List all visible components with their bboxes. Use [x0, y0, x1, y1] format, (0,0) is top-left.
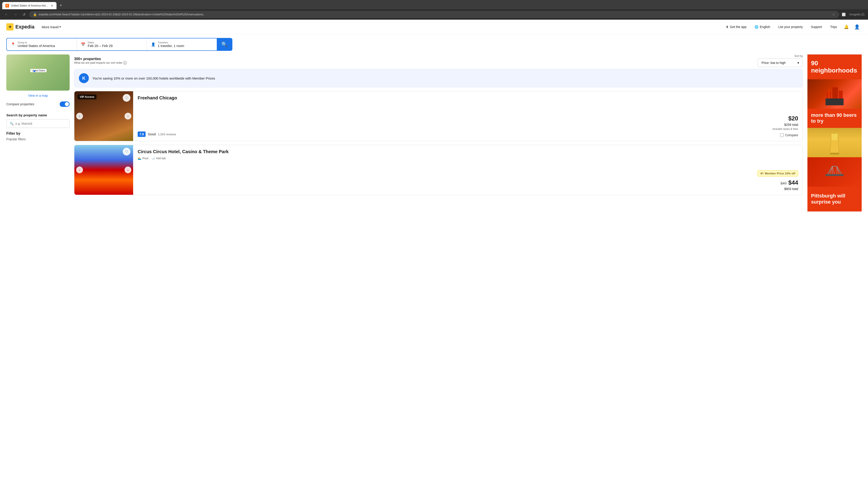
pittsburgh-image: [807, 157, 862, 187]
svg-rect-4: [826, 98, 844, 105]
get-app-label: Get the app: [730, 25, 746, 29]
image-next-button-freehand[interactable]: ›: [125, 113, 131, 120]
property-search-box[interactable]: 🔍: [6, 119, 70, 128]
incognito-button[interactable]: Incognito (2): [848, 12, 865, 17]
image-prev-button-circus[interactable]: ‹: [76, 166, 83, 173]
notifications-button[interactable]: 🔔: [842, 23, 850, 31]
sort-container: Sort by Price: low to high ▾: [758, 55, 803, 67]
member-k-badge: K: [79, 73, 89, 83]
logo-text: Expedia: [16, 24, 34, 30]
price-main-freehand: $20: [788, 115, 798, 122]
compare-checkbox-freehand[interactable]: Compare: [780, 133, 798, 137]
trips-label: Trips: [830, 25, 837, 29]
hot-tub-icon: 🛁: [151, 157, 155, 160]
rating-count-freehand: 1,003 reviews: [158, 133, 176, 136]
favorite-button-circus[interactable]: ♡: [123, 148, 130, 156]
user-account-button[interactable]: 👤: [852, 22, 862, 31]
rating-label-freehand: Good: [148, 132, 156, 136]
sort-dropdown[interactable]: Price: low to high ▾: [758, 59, 803, 67]
new-tab-button[interactable]: +: [57, 2, 64, 9]
price-total-freehand: $259 total: [784, 123, 798, 127]
hotel-card-body-circus: Circus Circus Hotel, Casino & Theme Park…: [133, 145, 803, 195]
going-to-label: Going to: [18, 41, 55, 44]
paid-notice: What we are paid impacts our sort order …: [74, 61, 127, 65]
amenity-pool: 🏊 Pool: [138, 157, 148, 160]
header-actions: ⬇ Get the app 🌐 English List your proper…: [723, 22, 862, 31]
amenity-hot-tub: 🛁 Hot tub: [151, 157, 166, 160]
vip-badge: VIP Access: [78, 94, 96, 99]
property-search-input[interactable]: [16, 122, 66, 125]
list-property-button[interactable]: List your property: [775, 23, 806, 31]
get-app-button[interactable]: ⬇ Get the app: [723, 23, 749, 31]
compare-label: Compare properties: [6, 102, 34, 106]
price-total-circus: $803 total: [784, 187, 798, 191]
download-icon: ⬇: [726, 25, 728, 29]
right-sidebar: 90 neighborhoods more than 90 beers to t…: [807, 55, 862, 212]
person-icon: 👤: [151, 42, 156, 46]
favorite-button-freehand[interactable]: ♡: [123, 94, 130, 102]
location-icon: 📍: [11, 42, 16, 46]
results-main: 300+ properties What we are paid impacts…: [74, 55, 803, 212]
close-tab-button[interactable]: ✕: [51, 4, 53, 7]
sort-chevron-icon: ▾: [798, 61, 799, 65]
destination-field[interactable]: 📍 Going to United States of America: [7, 38, 77, 51]
price-old-circus: $49: [780, 182, 786, 186]
view-in-map-link[interactable]: View in a map: [6, 92, 70, 99]
lock-icon: 🔒: [33, 13, 37, 16]
map-state-label: United States: [30, 69, 46, 72]
search-bar: 📍 Going to United States of America 📅 Da…: [6, 38, 232, 51]
active-tab[interactable]: E United States of America Hotel... ✕: [2, 2, 57, 9]
more-travel-button[interactable]: More travel ▾: [39, 23, 64, 31]
destination-value: United States of America: [18, 44, 55, 48]
results-count: 300+ properties: [74, 57, 127, 61]
view-map-label: View in a map: [28, 94, 48, 97]
compare-input-freehand[interactable]: [780, 133, 784, 137]
dates-value: Feb 20 – Feb 29: [88, 44, 113, 48]
member-banner-text: You're saving 10% or more on over 100,00…: [92, 76, 215, 80]
image-next-button-circus[interactable]: ›: [125, 166, 131, 173]
neighborhoods-number: 90 neighborhoods: [811, 60, 858, 74]
browser-nav-icons: ⬜ Incognito (2): [841, 12, 865, 17]
trips-button[interactable]: Trips: [827, 23, 840, 31]
hotel-card-body-freehand: Freehand Chicago 7.8 Good 1,003 reviews …: [133, 91, 803, 141]
language-button[interactable]: 🌐 English: [751, 23, 773, 31]
beer-glass-image: [807, 128, 862, 157]
support-button[interactable]: Support: [808, 23, 825, 31]
price-row-circus: $49 $44: [780, 179, 798, 186]
reload-button[interactable]: ↺: [21, 11, 27, 18]
pittsburgh-text-content: Pittsburgh will surprise you: [807, 187, 862, 212]
promo-neighborhoods-card[interactable]: 90 neighborhoods: [807, 55, 862, 109]
tag-icon: 🏷: [761, 172, 763, 175]
hotel-name-circus: Circus Circus Hotel, Casino & Theme Park: [138, 149, 748, 154]
address-bar[interactable]: 🔒 expedia.com/Hotel-Search?adults=1&chil…: [29, 11, 839, 18]
hotel-amenities-circus: 🏊 Pool 🛁 Hot tub: [138, 157, 748, 160]
forward-button[interactable]: →: [12, 11, 19, 18]
search-button[interactable]: 🔍: [217, 38, 232, 51]
logo-link[interactable]: ✈ Expedia: [6, 23, 34, 31]
promo-neighborhoods-content: 90 neighborhoods: [807, 55, 862, 79]
promo-pittsburgh-card[interactable]: Pittsburgh will surprise you: [807, 157, 862, 212]
compare-toggle[interactable]: ✕: [60, 101, 70, 107]
site-header: ✈ Expedia More travel ▾ ⬇ Get the app 🌐 …: [0, 20, 868, 34]
beer-promo-title: more than 90 beers to try: [811, 112, 858, 124]
back-button[interactable]: ←: [3, 11, 10, 18]
browser-nav-bar: ← → ↺ 🔒 expedia.com/Hotel-Search?adults=…: [0, 9, 868, 20]
browser-chrome: E United States of America Hotel... ✕ + …: [0, 0, 868, 20]
dates-field[interactable]: 📅 Dates Feb 20 – Feb 29: [77, 38, 147, 51]
search-section: 📍 Going to United States of America 📅 Da…: [0, 34, 868, 55]
svg-line-14: [832, 166, 835, 174]
hotel-price-circus: 🏷 Member Price 10% off $49 $44 $803 tota…: [753, 145, 803, 195]
search-input-icon: 🔍: [10, 122, 13, 125]
paid-notice-info-icon[interactable]: ℹ: [123, 61, 127, 65]
support-label: Support: [811, 25, 822, 29]
promo-beer-card[interactable]: more than 90 beers to try: [807, 109, 862, 157]
city-buildings-icon: [826, 83, 844, 105]
travelers-content: Travelers 1 traveler, 1 room: [158, 41, 184, 48]
main-layout: United States View in a map Compare prop…: [0, 55, 868, 216]
pool-icon: 🏊: [138, 157, 141, 160]
extensions-button[interactable]: ⬜: [841, 12, 846, 17]
calendar-icon: 📅: [81, 42, 86, 46]
image-prev-button-freehand[interactable]: ‹: [76, 113, 83, 120]
price-main-circus: $44: [788, 179, 798, 186]
travelers-field[interactable]: 👤 Travelers 1 traveler, 1 room: [147, 38, 217, 51]
